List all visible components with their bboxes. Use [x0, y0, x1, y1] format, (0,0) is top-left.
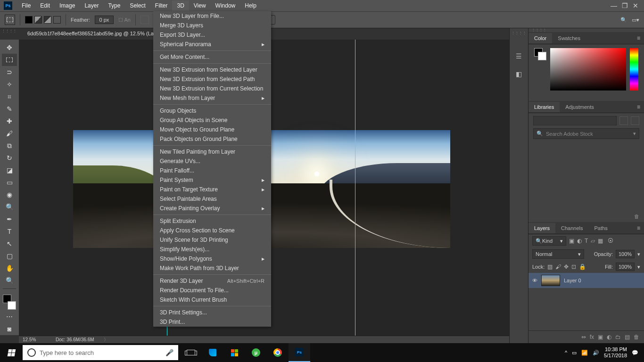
list-view-icon[interactable]: [631, 116, 639, 125]
menu-item[interactable]: Paint on Target Texture: [153, 185, 271, 194]
mask-icon[interactable]: ▣: [598, 334, 603, 340]
menu-window[interactable]: Window: [211, 0, 240, 11]
utorrent-icon[interactable]: µ: [245, 343, 267, 362]
fx-icon[interactable]: fx: [590, 334, 594, 340]
layer-name[interactable]: Layer 0: [564, 278, 581, 283]
store-icon[interactable]: [223, 343, 245, 362]
menu-item[interactable]: 3D Print...: [153, 317, 271, 327]
menu-view[interactable]: View: [189, 0, 211, 11]
blur-tool[interactable]: ◉: [2, 189, 17, 201]
maximize-button[interactable]: ❐: [622, 2, 628, 9]
libraries-tab[interactable]: Libraries: [528, 102, 560, 112]
wifi-icon[interactable]: 📶: [581, 350, 588, 356]
panel-menu-icon[interactable]: ≡: [633, 222, 644, 234]
quickmask-icon[interactable]: ◙: [2, 323, 17, 335]
filter-adjust-icon[interactable]: ◐: [577, 238, 582, 244]
menu-item[interactable]: Group Objects: [153, 106, 271, 115]
trash-icon[interactable]: 🗑: [634, 334, 639, 340]
filter-pixel-icon[interactable]: ▣: [569, 238, 574, 244]
panel-menu-icon[interactable]: ≡: [633, 101, 644, 113]
menu-type[interactable]: Type: [103, 0, 125, 11]
status-arrow-icon[interactable]: 〉: [104, 337, 108, 343]
link-icon[interactable]: ⇔: [581, 334, 586, 340]
properties-icon[interactable]: ◧: [514, 69, 524, 79]
chevron-down-icon[interactable]: ▾: [637, 264, 640, 270]
menu-item[interactable]: Pack Objects on Ground Plane: [153, 134, 271, 144]
quick-select-tool[interactable]: ✧: [2, 78, 17, 90]
menu-item[interactable]: Paint System: [153, 175, 271, 185]
brush-tool[interactable]: 🖌: [2, 127, 17, 140]
channels-tab[interactable]: Channels: [555, 223, 588, 233]
menu-3d[interactable]: 3D: [172, 0, 189, 11]
menu-item[interactable]: Spherical Panorama: [153, 40, 271, 49]
mic-icon[interactable]: 🎤: [165, 349, 173, 356]
menu-layer[interactable]: Layer: [80, 0, 103, 11]
menu-item[interactable]: Group All Objects in Scene: [153, 115, 271, 125]
edit-toolbar-icon[interactable]: ⋯: [2, 311, 17, 323]
menu-item[interactable]: New 3D Extrusion from Current Selection: [153, 84, 271, 93]
tray-chevron-icon[interactable]: ^: [565, 350, 567, 355]
dock-handle[interactable]: ⋮⋮⋮⋮: [532, 28, 546, 32]
menu-item[interactable]: New 3D Extrusion from Selected Path: [153, 74, 271, 84]
menu-item[interactable]: Move Object to Ground Plane: [153, 125, 271, 134]
crop-tool[interactable]: ⌗: [2, 90, 17, 103]
move-tool[interactable]: ✥: [2, 41, 17, 54]
menu-item[interactable]: 3D Print Settings...: [153, 308, 271, 317]
menu-file[interactable]: File: [17, 0, 35, 11]
hue-slider[interactable]: [630, 48, 638, 90]
menu-item[interactable]: Paint Falloff...: [153, 166, 271, 175]
feather-input[interactable]: 0 px: [95, 16, 114, 24]
doc-size[interactable]: Doc: 36.6M/36.6M: [56, 337, 94, 342]
guide-line[interactable]: [355, 40, 355, 336]
marquee-tool[interactable]: [2, 54, 17, 66]
start-button[interactable]: [0, 343, 23, 362]
blend-mode-dropdown[interactable]: Normal▾: [532, 249, 584, 259]
menu-item[interactable]: Render Document To File...: [153, 286, 271, 295]
selection-mode-subtract-icon[interactable]: [44, 16, 51, 24]
selection-mode-add-icon[interactable]: [34, 16, 42, 24]
layer-filter-dropdown[interactable]: 🔍Kind▾: [532, 236, 566, 246]
path-select-tool[interactable]: ↖: [2, 238, 17, 250]
gradient-tool[interactable]: ▭: [2, 176, 17, 189]
layer-row[interactable]: 👁 Layer 0: [528, 273, 644, 288]
swatches-tab[interactable]: Swatches: [552, 33, 586, 43]
adjustment-icon[interactable]: ◐: [607, 334, 611, 340]
menu-select[interactable]: Select: [125, 0, 150, 11]
active-tool-icon[interactable]: [5, 15, 15, 25]
clock[interactable]: 10:38 PM 5/17/2018: [604, 346, 627, 359]
eraser-tool[interactable]: ◪: [2, 164, 17, 176]
filter-type-icon[interactable]: T: [585, 238, 588, 244]
close-button[interactable]: ✕: [633, 2, 638, 9]
hand-tool[interactable]: ✋: [2, 262, 17, 274]
menu-item[interactable]: Apply Cross Section to Scene: [153, 226, 271, 235]
new-layer-icon[interactable]: ▤: [625, 334, 630, 340]
color-tab[interactable]: Color: [528, 33, 552, 43]
menu-item[interactable]: Generate UVs...: [153, 156, 271, 166]
type-tool[interactable]: T: [2, 225, 17, 238]
dodge-tool[interactable]: 🔍: [2, 201, 17, 213]
menu-item[interactable]: Sketch With Current Brush: [153, 295, 271, 304]
menu-item[interactable]: Create Painting Overlay: [153, 204, 271, 213]
dock-handle[interactable]: ⋮⋮⋮⋮: [2, 29, 17, 33]
filter-shape-icon[interactable]: ▱: [591, 238, 595, 244]
eyedropper-tool[interactable]: ✎: [2, 103, 17, 115]
filter-smart-icon[interactable]: ▦: [598, 238, 603, 244]
menu-item[interactable]: New 3D Extrusion from Selected Layer: [153, 65, 271, 74]
chevron-down-icon[interactable]: ▾: [637, 251, 640, 257]
paths-tab[interactable]: Paths: [589, 223, 613, 233]
selection-mode-intersect-icon[interactable]: [53, 16, 61, 24]
fgbg-swatch[interactable]: [534, 48, 546, 60]
history-icon[interactable]: ☰: [514, 51, 524, 61]
menu-filter[interactable]: Filter: [150, 0, 173, 11]
document-tab[interactable]: 6dd59cb1f7e848eeffef386521abd59e.jpg @ 1…: [23, 29, 159, 38]
edge-icon[interactable]: [202, 343, 223, 362]
lock-position-icon[interactable]: ✥: [564, 263, 569, 270]
menu-item[interactable]: Split Extrusion: [153, 216, 271, 226]
photoshop-taskbar-icon[interactable]: Ps: [289, 343, 310, 362]
color-field[interactable]: [550, 48, 626, 90]
menu-item[interactable]: New Tiled Painting from Layer: [153, 147, 271, 156]
pen-tool[interactable]: ✒: [2, 213, 17, 225]
panel-menu-icon[interactable]: ≡: [633, 33, 644, 44]
lock-transparent-icon[interactable]: ▨: [547, 263, 553, 270]
menu-item[interactable]: Render 3D LayerAlt+Shift+Ctrl+R: [153, 276, 271, 286]
